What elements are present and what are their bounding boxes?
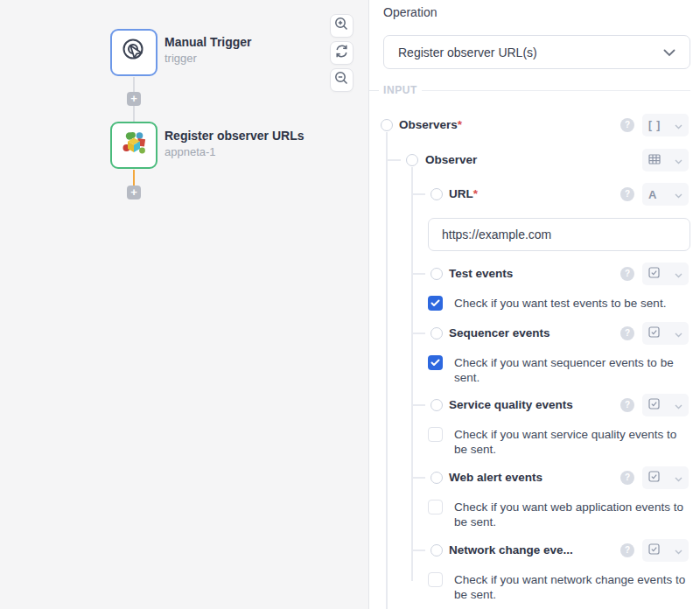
- zoom-out-button[interactable]: [330, 68, 354, 92]
- field-label: Web alert events: [449, 471, 542, 484]
- zoom-in-button[interactable]: [330, 14, 354, 38]
- field-row-sequencer-events: Sequencer events ?: [369, 326, 690, 340]
- chevron-down-icon: [675, 542, 682, 558]
- type-badge-array[interactable]: [ ]: [642, 114, 689, 136]
- field-bullet: [430, 327, 443, 340]
- type-badge-boolean[interactable]: [642, 262, 689, 285]
- checkbox-help-text: Check if you want sequencer events to be…: [454, 355, 690, 385]
- operation-label: Operation: [383, 5, 437, 19]
- checkbox-type-icon: [648, 266, 660, 282]
- chevron-down-icon: [675, 397, 682, 413]
- node-title: Manual Trigger: [164, 35, 252, 49]
- field-row-url: URL* ? A: [369, 187, 690, 201]
- add-node-button[interactable]: +: [127, 186, 141, 200]
- help-icon[interactable]: ?: [620, 267, 634, 281]
- field-label: Observer: [425, 153, 477, 166]
- field-bullet: [430, 472, 443, 484]
- node-config-panel: Operation Register observer URL(s) INPUT…: [368, 0, 700, 609]
- url-input[interactable]: [428, 218, 690, 251]
- text-type-icon: A: [648, 188, 656, 201]
- field-bullet: [430, 544, 443, 556]
- web-alert-events-checkbox[interactable]: [428, 500, 443, 514]
- chevron-down-icon: [663, 45, 676, 60]
- field-label: Test events: [449, 267, 513, 280]
- required-asterisk: *: [473, 187, 478, 200]
- type-badge-boolean[interactable]: [642, 394, 689, 416]
- input-section-label: INPUT: [383, 84, 417, 96]
- divider: [369, 90, 379, 91]
- checkbox-type-icon: [648, 542, 660, 558]
- help-icon[interactable]: ?: [620, 118, 634, 132]
- input-section-header: INPUT: [369, 84, 690, 98]
- service-quality-events-checkbox[interactable]: [428, 427, 443, 442]
- node-manual-trigger[interactable]: [110, 29, 158, 76]
- canvas-zoom-controls: [330, 14, 354, 92]
- checkbox-help-text: Check if you want service quality events…: [454, 427, 690, 457]
- chevron-down-icon: [675, 186, 682, 202]
- test-events-checkbox[interactable]: [428, 296, 443, 311]
- node-title: Register observer URLs: [164, 129, 304, 143]
- sequencer-events-checkbox[interactable]: [428, 355, 443, 370]
- field-row-web-alert-events: Web alert events ?: [369, 471, 690, 485]
- checkbox-help-text: Check if you want test events to be sent…: [454, 296, 690, 311]
- tree-line: [411, 167, 413, 581]
- chevron-down-icon: [675, 117, 682, 133]
- zoom-out-icon: [334, 71, 349, 89]
- field-label: Service quality events: [449, 398, 573, 411]
- checkbox-row-web-alert-events: Check if you want web application events…: [428, 500, 690, 529]
- field-label: Observers*: [399, 118, 462, 131]
- field-label: URL*: [449, 187, 478, 200]
- checkbox-help-text: Check if you want network change events …: [454, 572, 690, 602]
- node-appneta[interactable]: [110, 122, 158, 169]
- type-badge-boolean[interactable]: [642, 466, 689, 489]
- field-row-observers: Observers* ? [ ]: [369, 118, 690, 132]
- help-icon[interactable]: ?: [620, 398, 634, 412]
- field-row-test-events: Test events ?: [369, 267, 690, 281]
- workflow-app: Manual Trigger trigger + Register observ: [0, 0, 700, 609]
- operation-value: Register observer URL(s): [398, 46, 663, 60]
- field-row-observer: Observer: [369, 153, 690, 167]
- type-badge-string[interactable]: A: [642, 183, 689, 206]
- field-label: Sequencer events: [449, 326, 550, 340]
- add-node-button[interactable]: +: [127, 92, 141, 106]
- required-asterisk: *: [458, 118, 462, 131]
- type-badge-object[interactable]: [642, 149, 689, 172]
- divider: [422, 90, 690, 91]
- help-icon[interactable]: ?: [620, 326, 634, 340]
- field-bullet: [430, 399, 443, 411]
- type-badge-boolean[interactable]: [642, 322, 689, 345]
- tree-line: [386, 132, 388, 609]
- workflow-canvas[interactable]: Manual Trigger trigger + Register observ: [0, 0, 368, 609]
- field-label: Network change eve...: [449, 543, 573, 556]
- network-change-events-checkbox[interactable]: [428, 572, 443, 587]
- refresh-icon: [334, 44, 349, 62]
- type-badge-boolean[interactable]: [642, 539, 689, 562]
- field-row-network-change-events: Network change eve... ?: [369, 543, 690, 557]
- node-subtitle: appneta-1: [164, 145, 216, 158]
- checkbox-row-network-change-events: Check if you want network change events …: [428, 572, 690, 602]
- help-icon[interactable]: ?: [620, 543, 634, 557]
- table-type-icon: [648, 152, 661, 168]
- field-bullet: [430, 268, 443, 280]
- zoom-in-icon: [334, 17, 349, 35]
- chevron-down-icon: [675, 326, 682, 341]
- field-bullet: [406, 154, 418, 166]
- cursor-click-icon: [118, 35, 150, 70]
- reset-zoom-button[interactable]: [330, 41, 354, 65]
- checkbox-row-test-events: Check if you want test events to be sent…: [428, 296, 690, 311]
- chevron-down-icon: [675, 470, 682, 486]
- field-bullet: [430, 188, 443, 200]
- connector-line-active: [133, 170, 135, 187]
- checkbox-row-sequencer-events: Check if you want sequencer events to be…: [428, 355, 690, 385]
- checkbox-help-text: Check if you want web application events…: [454, 500, 690, 529]
- operation-select[interactable]: Register observer URL(s): [383, 35, 690, 69]
- help-icon[interactable]: ?: [620, 187, 634, 201]
- field-row-service-quality-events: Service quality events ?: [369, 398, 690, 412]
- checkbox-type-icon: [648, 326, 660, 341]
- chevron-down-icon: [675, 266, 682, 282]
- checkbox-type-icon: [648, 397, 660, 413]
- node-subtitle: trigger: [164, 52, 197, 65]
- appneta-icon: [118, 128, 150, 163]
- checkbox-row-service-quality-events: Check if you want service quality events…: [428, 427, 690, 457]
- help-icon[interactable]: ?: [620, 471, 634, 485]
